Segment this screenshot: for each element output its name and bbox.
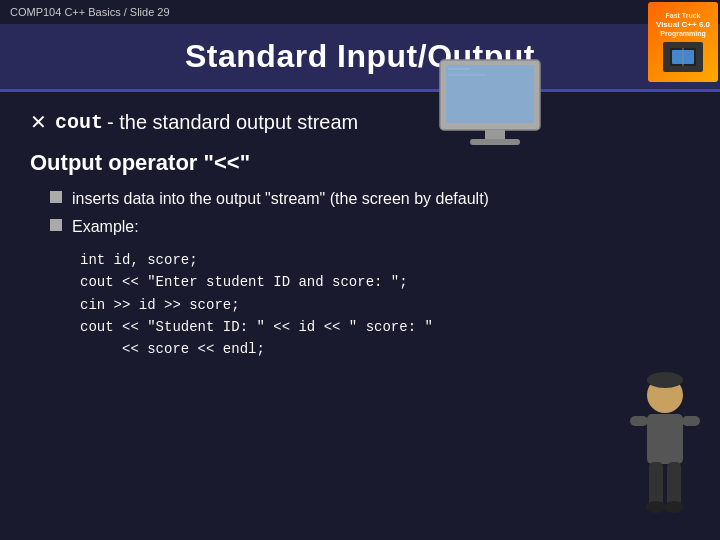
book-line3: Programming <box>660 30 706 38</box>
slide: Fast Truck Visual C++ 6.0 Programming CO… <box>0 0 720 540</box>
cout-bullet: ✕ <box>30 110 47 134</box>
book-icon <box>668 46 698 68</box>
svg-rect-12 <box>630 416 648 426</box>
operator-heading: Output operator "<<" <box>30 150 690 176</box>
slide-title: Standard Input/Output <box>20 38 700 75</box>
book-cover: Fast Truck Visual C++ 6.0 Programming <box>648 2 718 82</box>
code-line-0: int id, score; <box>80 249 690 271</box>
cout-code: cout <box>55 111 103 134</box>
svg-point-16 <box>646 501 666 513</box>
code-line-1: cout << "Enter student ID and score: "; <box>80 271 690 293</box>
bullet-item-0: inserts data into the output "stream" (t… <box>50 188 690 210</box>
book-line1: Fast Truck <box>665 12 700 20</box>
slide-number-label: COMP104 C++ Basics / Slide 29 <box>10 6 170 18</box>
person-figure <box>625 370 705 530</box>
person-svg <box>625 370 705 530</box>
book-line2: Visual C++ 6.0 <box>656 20 710 30</box>
bullet-item-1: Example: <box>50 216 690 238</box>
svg-point-10 <box>647 372 683 388</box>
code-line-2: cin >> id >> score; <box>80 294 690 316</box>
content-area: ✕ cout - the standard output stream Outp… <box>0 92 720 371</box>
code-block: int id, score; cout << "Enter student ID… <box>80 249 690 361</box>
title-area: Standard Input/Output <box>0 24 720 92</box>
svg-rect-14 <box>649 462 663 507</box>
top-bar: COMP104 C++ Basics / Slide 29 <box>0 0 720 24</box>
cout-line: ✕ cout - the standard output stream <box>30 110 690 134</box>
bullet-text-1: Example: <box>72 216 139 238</box>
bullet-text-0: inserts data into the output "stream" (t… <box>72 188 489 210</box>
svg-point-17 <box>664 501 684 513</box>
svg-rect-13 <box>682 416 700 426</box>
svg-rect-11 <box>647 414 683 464</box>
code-line-3: cout << "Student ID: " << id << " score:… <box>80 316 690 338</box>
code-line-4: << score << endl; <box>80 338 690 360</box>
bullet-square-0 <box>50 191 62 203</box>
cout-description: - the standard output stream <box>107 111 358 134</box>
bullet-square-1 <box>50 219 62 231</box>
bullet-list: inserts data into the output "stream" (t… <box>50 188 690 239</box>
svg-rect-15 <box>667 462 681 507</box>
